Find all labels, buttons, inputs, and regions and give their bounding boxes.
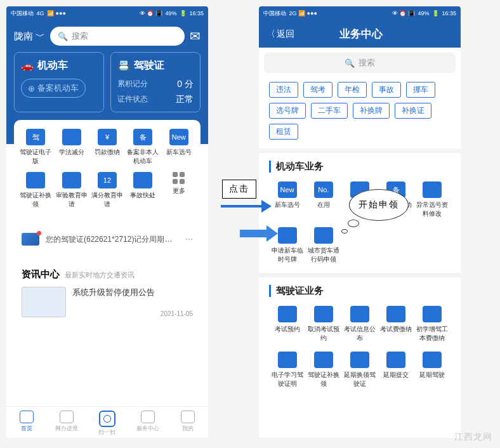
vehicle-card[interactable]: 🚗机动车 ⊕ 备案机动车 — [14, 52, 104, 112]
service-icon — [62, 129, 81, 145]
service-item[interactable]: 延期驾驶 — [414, 352, 451, 388]
filter-tag[interactable]: 年检 — [338, 82, 367, 98]
more-icon — [173, 172, 185, 184]
service-icon — [278, 352, 297, 368]
license-services-section: 驾驶证业务 考试预约取消考试预约考试信息公布考试费缴纳初学增驾工本费缴纳电子学习… — [259, 281, 461, 397]
filter-tag[interactable]: 事故 — [372, 82, 401, 98]
nav-item-4[interactable]: 我的 — [168, 411, 208, 437]
service-item[interactable]: 备备案非本人机动车 — [125, 129, 161, 166]
callout-arrow-small — [221, 200, 272, 213]
service-item[interactable]: 事故快处 — [125, 172, 161, 209]
phone-left: 中国移动 4G 📶 ●●● 👁 ⏰ 📳 49% 🔋 16:35 陇南 ﹀ 🔍 搜… — [6, 6, 208, 438]
service-icon: ¥ — [98, 129, 117, 145]
service-item[interactable]: 考试费缴纳 — [378, 306, 414, 343]
filter-tag[interactable]: 驾考 — [303, 82, 332, 98]
callout-label: 点击 — [222, 180, 256, 199]
phone-right: 中国移动 2G 📶 ●●● 👁 ⏰ 📳 49% 🔋 16:35 〈 返回 业务中… — [259, 6, 461, 438]
bottom-nav: 首页网办进度扫一扫服务中心我的 — [6, 406, 208, 438]
battery: 49% — [165, 10, 176, 16]
filter-tag[interactable]: 二手车 — [311, 103, 348, 119]
envelope-icon — [22, 233, 39, 246]
nav-item-1[interactable]: 网办进度 — [47, 411, 88, 437]
page-title: 业务中心 — [294, 27, 428, 41]
register-vehicle-button[interactable]: ⊕ 备案机动车 — [21, 79, 86, 98]
back-button[interactable]: 〈 返回 — [266, 29, 294, 40]
service-item[interactable]: 驾驶证补换领 — [18, 172, 53, 209]
service-item[interactable]: 驾驾驶证电子版 — [18, 129, 53, 166]
service-icon — [423, 306, 442, 322]
service-item[interactable]: ¥罚款缴纳 — [89, 129, 125, 166]
service-item[interactable]: 学法减分 — [53, 129, 89, 166]
service-item[interactable]: 延期换领驾驶证 — [341, 352, 378, 388]
service-item[interactable]: No.在用 — [305, 181, 341, 218]
search-input[interactable]: 🔍 搜索 — [264, 53, 456, 73]
service-item[interactable]: 12满分教育申请 — [89, 172, 125, 209]
watermark: 江西龙网 — [454, 432, 492, 443]
header: 〈 返回 业务中心 — [259, 20, 461, 48]
service-item[interactable]: New新车选号 — [161, 129, 197, 166]
service-item[interactable]: 审验教育申请 — [53, 172, 89, 209]
notice-banner[interactable]: 您的驾驶证(622621*2712)记分周期… ⋯ — [14, 224, 201, 254]
status-bar: 中国移动 2G 📶 ●●● 👁 ⏰ 📳 49% 🔋 16:35 — [259, 6, 461, 20]
service-icon — [423, 181, 442, 198]
search-input[interactable]: 🔍 搜索 — [50, 27, 185, 46]
service-item[interactable]: 城市货车通行码申领 — [305, 227, 341, 264]
filter-tag[interactable]: 补换证 — [395, 103, 431, 119]
service-icon — [314, 227, 333, 244]
notice-text: 您的驾驶证(622621*2712)记分周期… — [46, 234, 172, 245]
service-item[interactable]: 考试信息公布 — [341, 306, 378, 343]
filter-tag[interactable]: 挪车 — [406, 82, 435, 98]
service-icon — [26, 172, 45, 188]
service-item[interactable]: 驾驶证补换领 — [305, 352, 341, 388]
city-selector[interactable]: 陇南 ﹀ — [14, 30, 45, 43]
service-item[interactable]: 取消考试预约 — [305, 306, 341, 343]
service-item[interactable]: 异常选号资料修改 — [414, 181, 451, 218]
search-icon: 🔍 — [58, 32, 68, 41]
service-icon — [314, 306, 333, 322]
service-grid-panel: 驾驾驶证电子版学法减分¥罚款缴纳备备案非本人机动车New新车选号驾驶证补换领审验… — [14, 120, 201, 218]
service-icon — [423, 352, 442, 368]
service-item[interactable]: New新车选号 — [269, 181, 305, 218]
mail-icon[interactable]: ✉ — [190, 29, 201, 44]
service-icon: No. — [314, 181, 333, 198]
service-icon: 驾 — [26, 129, 45, 145]
filter-tags: 违法驾考年检事故挪车选号牌二手车补换牌补换证租赁 — [259, 78, 461, 148]
service-icon — [386, 352, 405, 368]
header: 陇南 ﹀ 🔍 搜索 ✉ — [6, 20, 208, 52]
speech-bubble: 开始申领 — [349, 189, 409, 221]
license-card[interactable]: 📇驾驶证 累积记分0 分 证件状态正常 — [110, 52, 201, 112]
nav-item-3[interactable]: 服务中心 — [128, 411, 168, 437]
service-icon: New — [278, 181, 297, 198]
search-icon: 🔍 — [345, 58, 355, 68]
service-item[interactable]: 电子学习驾驶证明 — [269, 352, 305, 388]
filter-tag[interactable]: 补换牌 — [353, 103, 390, 119]
filter-tag[interactable]: 违法 — [269, 82, 298, 98]
service-item[interactable]: 初学增驾工本费缴纳 — [414, 306, 451, 343]
nav-icon — [181, 411, 195, 423]
service-icon — [350, 306, 369, 322]
filter-tag[interactable]: 租赁 — [269, 124, 298, 140]
service-icon: New — [169, 129, 188, 145]
time: 16:35 — [189, 10, 204, 16]
service-item[interactable]: 延期提交 — [378, 352, 414, 388]
carrier1: 中国移动 — [11, 10, 34, 16]
nav-item-2[interactable]: 扫一扫 — [87, 411, 128, 437]
flow-arrow-icon — [240, 225, 278, 242]
news-item[interactable]: 系统升级暂停使用公告 2021-11-05 — [22, 287, 193, 317]
service-icon: 12 — [98, 172, 117, 188]
service-icon — [314, 352, 333, 368]
service-icon — [386, 306, 405, 322]
plus-icon: ⊕ — [28, 84, 35, 93]
service-item[interactable]: 考试预约 — [269, 306, 305, 343]
news-thumbnail — [22, 287, 66, 317]
nav-icon — [60, 411, 74, 423]
chevron-down-icon: ﹀ — [36, 30, 45, 43]
nav-item-0[interactable]: 首页 — [6, 411, 47, 437]
license-icon: 📇 — [117, 60, 130, 72]
service-icon: 备 — [133, 129, 152, 145]
filter-tag[interactable]: 选号牌 — [269, 103, 306, 119]
service-icon — [133, 172, 152, 188]
service-item[interactable]: 更多 — [161, 172, 197, 209]
nav-icon — [99, 411, 115, 427]
nav-icon — [20, 411, 34, 423]
